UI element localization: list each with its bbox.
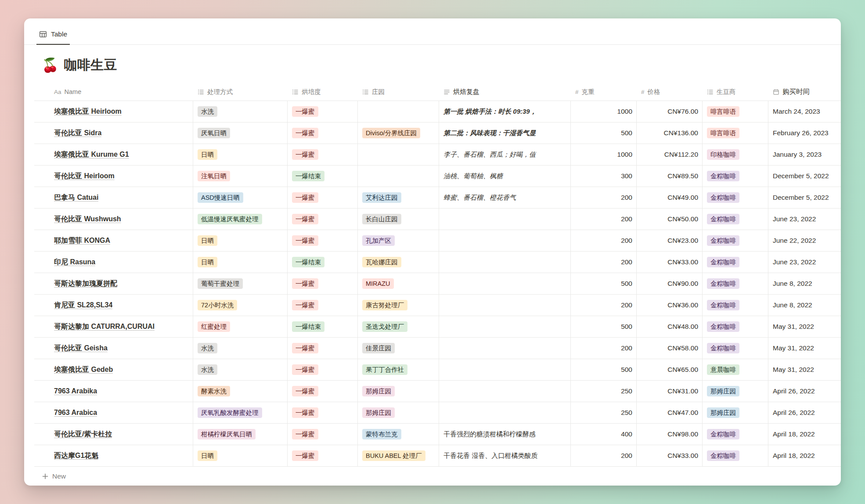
cell-price[interactable]: CN¥36.00: [637, 295, 703, 316]
vendor-tag[interactable]: 啡言啡语: [707, 106, 739, 117]
farm-tag[interactable]: 艾利达庄园: [362, 192, 401, 203]
cell-process[interactable]: 注氧日晒: [193, 166, 288, 187]
vendor-tag[interactable]: 金粽咖啡: [707, 214, 739, 224]
cell-price[interactable]: CN¥89.50: [637, 166, 703, 187]
farm-tag[interactable]: 佳景庄园: [362, 343, 395, 353]
cell-farm[interactable]: 孔加产区: [358, 230, 439, 251]
cell-process[interactable]: ASD慢速日晒: [193, 187, 288, 208]
cell-date[interactable]: February 26, 2023: [768, 122, 841, 144]
cell-price[interactable]: CN¥112.20: [637, 144, 703, 165]
cell-roast[interactable]: 一爆蜜: [288, 381, 358, 402]
cell-process[interactable]: 低温慢速厌氧蜜处理: [193, 209, 288, 230]
cell-weight[interactable]: 250: [571, 381, 637, 402]
cell-date[interactable]: April 26, 2022: [768, 402, 841, 423]
cell-weight[interactable]: 200: [571, 445, 637, 466]
vendor-tag[interactable]: 金粽咖啡: [707, 429, 739, 439]
cell-weight[interactable]: 200: [571, 338, 637, 359]
roast-tag[interactable]: 一爆结束: [292, 171, 324, 181]
process-tag[interactable]: 日晒: [198, 450, 217, 461]
cell-roast[interactable]: 一爆蜜: [288, 295, 358, 316]
cell-weight[interactable]: 200: [571, 209, 637, 230]
farm-tag[interactable]: 长白山庄园: [362, 214, 401, 224]
cell-date[interactable]: June 22, 2022: [768, 230, 841, 251]
cell-review[interactable]: [439, 230, 571, 251]
column-header-vendor[interactable]: 生豆商: [703, 83, 768, 101]
cell-weight[interactable]: 200: [571, 252, 637, 273]
vendor-tag[interactable]: 金粽咖啡: [707, 278, 739, 289]
cell-farm[interactable]: 瓦哈娜庄园: [358, 252, 439, 273]
process-tag[interactable]: 注氧日晒: [198, 171, 230, 181]
cell-vendor[interactable]: 印格咖啡: [703, 144, 768, 165]
cell-vendor[interactable]: 金粽咖啡: [703, 295, 768, 316]
vendor-tag[interactable]: 那姆庄园: [707, 386, 739, 396]
cell-farm[interactable]: BUKU ABEL 处理厂: [358, 445, 439, 466]
cell-process[interactable]: 72小时水洗: [193, 295, 288, 316]
cell-name[interactable]: 耶加雪菲 KONGA: [34, 230, 193, 251]
process-tag[interactable]: 水洗: [198, 364, 217, 375]
cell-vendor[interactable]: 啡言啡语: [703, 101, 768, 122]
cell-price[interactable]: CN¥50.00: [637, 209, 703, 230]
cell-date[interactable]: June 23, 2022: [768, 252, 841, 273]
cell-price[interactable]: CN¥49.00: [637, 187, 703, 208]
cell-weight[interactable]: 500: [571, 122, 637, 144]
roast-tag[interactable]: 一爆蜜: [292, 214, 318, 224]
cell-name[interactable]: 哥伦比亚 Wushwush: [34, 209, 193, 230]
roast-tag[interactable]: 一爆蜜: [292, 128, 318, 138]
cell-date[interactable]: June 23, 2022: [768, 209, 841, 230]
cell-price[interactable]: CN¥48.00: [637, 316, 703, 337]
cell-process[interactable]: 日晒: [193, 230, 288, 251]
process-tag[interactable]: 低温慢速厌氧蜜处理: [198, 214, 262, 224]
cell-review[interactable]: [439, 316, 571, 337]
cell-review[interactable]: 第二批：风味表现：干湿香气显: [439, 122, 571, 144]
cell-name[interactable]: 7963 Arabica: [34, 402, 193, 423]
vendor-tag[interactable]: 金粽咖啡: [707, 257, 739, 267]
new-row-button[interactable]: New: [34, 466, 841, 486]
column-header-price[interactable]: #价格: [637, 83, 703, 101]
process-tag[interactable]: ASD慢速日晒: [198, 192, 243, 203]
roast-tag[interactable]: 一爆结束: [292, 321, 324, 332]
farm-tag[interactable]: 那姆庄园: [362, 386, 395, 396]
cell-review[interactable]: 蜂蜜、番石榴、橙花香气: [439, 187, 571, 208]
cell-name[interactable]: 哥斯达黎加 CATURRA,CURUAI: [34, 316, 193, 337]
cell-vendor[interactable]: 那姆庄园: [703, 381, 768, 402]
cell-roast[interactable]: 一爆蜜: [288, 445, 358, 466]
cell-price[interactable]: CN¥31.00: [637, 381, 703, 402]
process-tag[interactable]: 日晒: [198, 235, 217, 246]
cell-name[interactable]: 埃塞俄比亚 Gedeb: [34, 359, 193, 380]
cell-farm[interactable]: 圣迭戈处理厂: [358, 316, 439, 337]
process-tag[interactable]: 厌氧乳酸发酵蜜处理: [198, 407, 262, 418]
cell-vendor[interactable]: 啡言啡语: [703, 122, 768, 144]
cell-vendor[interactable]: 金粽咖啡: [703, 209, 768, 230]
roast-tag[interactable]: 一爆蜜: [292, 450, 318, 461]
roast-tag[interactable]: 一爆蜜: [292, 343, 318, 353]
page-emoji-icon[interactable]: 🍒: [42, 58, 59, 72]
column-header-review[interactable]: 烘焙复盘: [439, 83, 571, 101]
cell-vendor[interactable]: 金粽咖啡: [703, 316, 768, 337]
process-tag[interactable]: 厌氧日晒: [198, 128, 230, 138]
cell-name[interactable]: 埃塞俄比亚 Heirloom: [34, 101, 193, 122]
roast-tag[interactable]: 一爆蜜: [292, 106, 318, 117]
cell-vendor[interactable]: 那姆庄园: [703, 402, 768, 423]
cell-review[interactable]: [439, 402, 571, 423]
cell-farm[interactable]: 蒙特布兰克: [358, 424, 439, 445]
cell-process[interactable]: 厌氧日晒: [193, 122, 288, 144]
cell-date[interactable]: June 8, 2022: [768, 295, 841, 316]
cell-review[interactable]: [439, 209, 571, 230]
cell-farm[interactable]: 佳景庄园: [358, 338, 439, 359]
cell-roast[interactable]: 一爆蜜: [288, 209, 358, 230]
vendor-tag[interactable]: 那姆庄园: [707, 407, 739, 418]
cell-weight[interactable]: 1000: [571, 144, 637, 165]
cell-farm[interactable]: Diviso/分界线庄园: [358, 122, 439, 144]
column-header-weight[interactable]: #克重: [571, 83, 637, 101]
cell-review[interactable]: [439, 252, 571, 273]
cell-date[interactable]: March 24, 2023: [768, 101, 841, 122]
vendor-tag[interactable]: 印格咖啡: [707, 149, 739, 160]
cell-name[interactable]: 哥伦比亚 Heirloom: [34, 166, 193, 187]
cell-weight[interactable]: 300: [571, 166, 637, 187]
cell-name[interactable]: 印尼 Rasuna: [34, 252, 193, 273]
cell-roast[interactable]: 一爆结束: [288, 252, 358, 273]
vendor-tag[interactable]: 金粽咖啡: [707, 235, 739, 246]
farm-tag[interactable]: 果丁丁合作社: [362, 364, 407, 375]
column-header-farm[interactable]: 庄园: [358, 83, 439, 101]
cell-farm[interactable]: 长白山庄园: [358, 209, 439, 230]
